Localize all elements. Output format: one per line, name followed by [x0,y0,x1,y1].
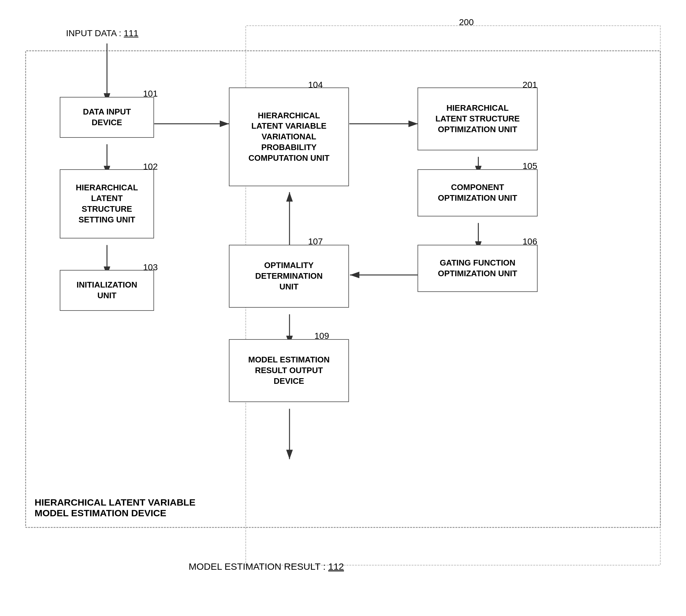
block-106: GATING FUNCTIONOPTIMIZATION UNIT [417,245,538,292]
block-101: DATA INPUTDEVICE [60,97,154,138]
ref-106: 106 [523,237,537,247]
block-103: INITIALIZATIONUNIT [60,270,154,311]
ref-109: 109 [314,331,329,341]
device-label: HIERARCHICAL LATENT VARIABLEMODEL ESTIMA… [35,497,196,519]
block-109: MODEL ESTIMATIONRESULT OUTPUTDEVICE [229,339,349,402]
block-102: HIERARCHICALLATENTSTRUCTURESETTING UNIT [60,169,154,239]
block-104: HIERARCHICALLATENT VARIABLEVARIATIONALPR… [229,87,349,186]
block-107: OPTIMALITYDETERMINATIONUNIT [229,245,349,308]
ref-104: 104 [308,80,323,90]
ref-101: 101 [143,89,158,99]
ref-107: 107 [308,237,323,247]
ref-200: 200 [459,17,474,27]
output-data-label: MODEL ESTIMATION RESULT : 112 [189,561,344,572]
input-data-label: INPUT DATA : 111 [66,28,138,38]
ref-201: 201 [523,80,537,90]
block-105: COMPONENTOPTIMIZATION UNIT [417,169,538,217]
ref-103: 103 [143,262,158,272]
input-data-ref: 111 [124,28,139,38]
block-201: HIERARCHICALLATENT STRUCTUREOPTIMIZATION… [417,87,538,150]
ref-102: 102 [143,162,158,172]
diagram-container: INPUT DATA : 111 200 DATA INPUTDEVICE 10… [25,19,661,597]
ref-105: 105 [523,161,537,171]
